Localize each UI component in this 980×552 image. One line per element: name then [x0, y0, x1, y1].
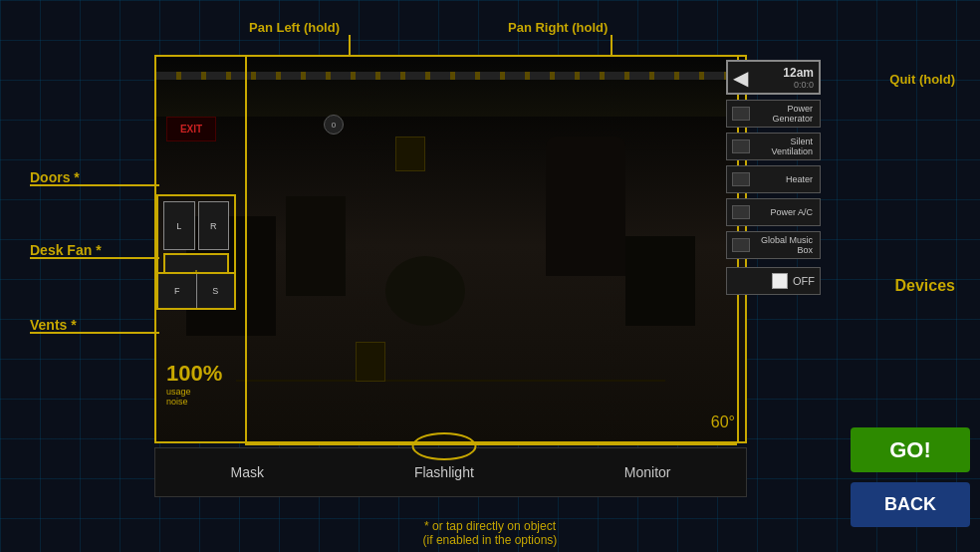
door-r-button[interactable]: R [198, 201, 230, 250]
scene-figure [546, 137, 625, 276]
pan-top-line [245, 55, 737, 57]
silent-vent-label: Silent Ventilation [750, 137, 815, 156]
desk-fan-label-line [30, 257, 159, 259]
silent-vent-indicator [732, 139, 750, 153]
fan-s-button[interactable]: S [197, 274, 235, 308]
go-button[interactable]: GO! [851, 427, 970, 472]
heater-label: Heater [750, 174, 815, 184]
global-music-indicator [732, 238, 750, 252]
power-ac-label: Power A/C [750, 207, 815, 217]
vents-label: Vents * [30, 317, 77, 333]
speed-badge: 0 [324, 115, 344, 135]
off-toggle[interactable]: OFF [726, 267, 821, 295]
off-square-indicator [772, 273, 788, 289]
monitor-button[interactable]: Monitor [624, 464, 671, 480]
time-value: 12am [783, 66, 814, 80]
desk-fan-box: F S [156, 272, 236, 310]
noise-label: noise [166, 397, 222, 407]
power-generator-button[interactable]: Power Generator [726, 100, 821, 128]
bottom-bar: Mask Flashlight Monitor [154, 447, 747, 497]
heater-button[interactable]: Heater [726, 165, 821, 193]
hint-line2: (if enabled in the options) [0, 533, 980, 547]
scene-bar [356, 342, 385, 382]
back-arrow-icon[interactable]: ◀ [733, 66, 748, 90]
camera-view: EXIT 0 100% usage noise 60° [154, 55, 747, 443]
pan-right-arrow-line [611, 35, 612, 57]
door-l-button[interactable]: L [163, 201, 195, 250]
back-button[interactable]: BACK [851, 482, 970, 527]
scene-equipment-mid [286, 196, 346, 296]
devices-label: Devices [895, 277, 956, 295]
pan-right-label: Pan Right (hold) [508, 20, 608, 35]
power-gen-label: Power Generator [750, 104, 815, 124]
scene-table [236, 380, 665, 382]
degree-display: 60° [711, 414, 735, 431]
pan-left-label: Pan Left (hold) [249, 20, 340, 35]
quit-label: Quit (hold) [889, 72, 955, 87]
doors-label: Doors * [30, 169, 80, 185]
scene-fan [385, 256, 465, 326]
power-gen-indicator [732, 107, 750, 121]
pan-left-arrow-line [349, 35, 351, 57]
pan-left-line [245, 55, 247, 443]
heater-indicator [732, 172, 750, 186]
usage-label: usage [166, 387, 222, 397]
pan-bottom-line [245, 443, 737, 445]
hint-text: * or tap directly on object (if enabled … [0, 519, 980, 547]
power-ac-indicator [732, 205, 750, 219]
usage-percent: 100% [166, 361, 222, 387]
fan-f-button[interactable]: F [158, 274, 197, 308]
global-music-label: Global Music Box [750, 235, 815, 255]
scene-equipment-right [625, 236, 695, 326]
desk-fan-label: Desk Fan * [30, 242, 102, 258]
global-music-box-button[interactable]: Global Music Box [726, 231, 821, 259]
vents-label-line [30, 332, 159, 334]
silent-ventilation-button[interactable]: Silent Ventilation [726, 133, 821, 160]
off-label: OFF [793, 275, 815, 287]
power-ac-button[interactable]: Power A/C [726, 198, 821, 226]
time-sub: 0:0:0 [783, 80, 814, 90]
doors-label-line [30, 184, 159, 186]
hint-line1: * or tap directly on object [0, 519, 980, 533]
mask-button[interactable]: Mask [230, 464, 263, 480]
scene-warning [395, 137, 425, 171]
usage-display: 100% usage noise [166, 361, 222, 407]
exit-sign: EXIT [166, 117, 216, 141]
flashlight-button[interactable]: Flashlight [414, 464, 474, 480]
time-display: ◀ 12am 0:0:0 [726, 60, 821, 95]
